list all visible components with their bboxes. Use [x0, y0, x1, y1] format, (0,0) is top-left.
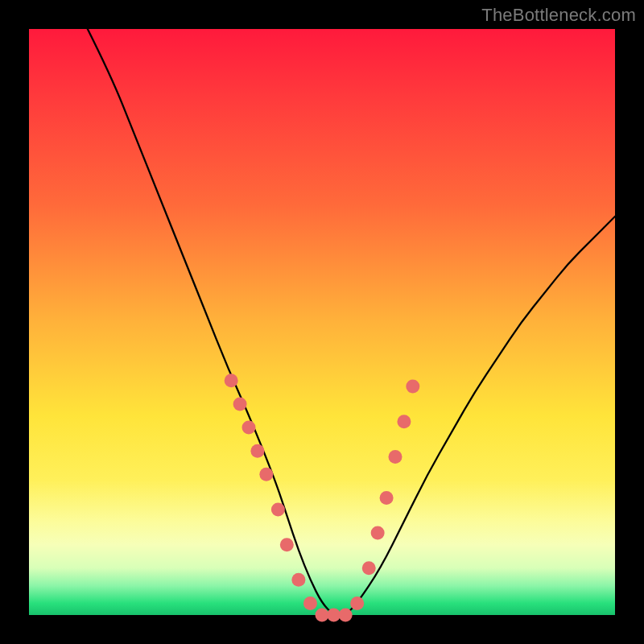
highlight-points: [225, 374, 420, 621]
marker-dot: [406, 380, 419, 394]
marker-dot: [291, 573, 305, 587]
marker-dot: [380, 491, 394, 505]
curve-svg: [29, 29, 615, 615]
plot-area: [29, 29, 615, 615]
marker-dot: [225, 374, 238, 387]
marker-dot: [327, 609, 341, 622]
marker-dot: [339, 609, 353, 622]
marker-dot: [350, 597, 364, 610]
marker-dot: [397, 415, 411, 428]
bottleneck-curve: [88, 29, 615, 615]
marker-dot: [316, 609, 329, 622]
marker-dot: [259, 468, 273, 481]
marker-dot: [303, 597, 317, 610]
marker-dot: [280, 538, 294, 551]
marker-dot: [242, 421, 256, 435]
marker-dot: [389, 450, 402, 464]
marker-dot: [371, 526, 385, 540]
chart-frame: TheBottleneck.com: [0, 0, 644, 644]
marker-dot: [233, 397, 247, 411]
marker-dot: [362, 561, 376, 575]
watermark-text: TheBottleneck.com: [481, 5, 636, 26]
marker-dot: [250, 444, 264, 458]
marker-dot: [271, 502, 285, 516]
